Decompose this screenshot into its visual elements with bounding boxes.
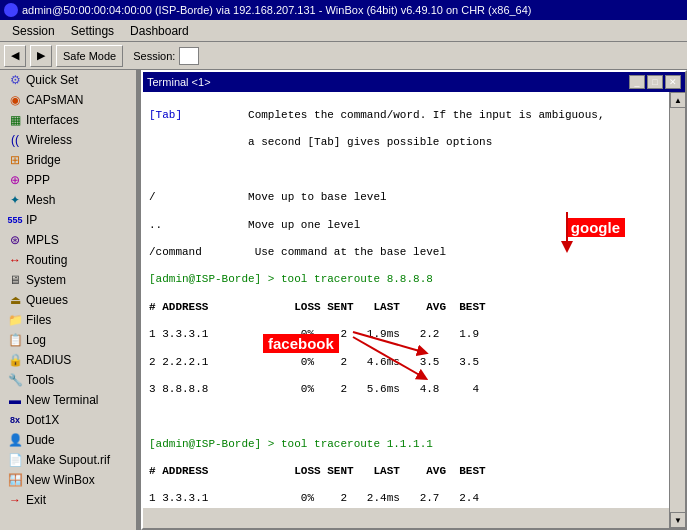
- forward-button[interactable]: ▶: [30, 45, 52, 67]
- terminal-title: Terminal <1>: [147, 76, 211, 88]
- scroll-track: [670, 108, 685, 128]
- sidebar-item-system[interactable]: 🖥 System: [0, 270, 136, 290]
- help-slash-key: /: [149, 191, 156, 203]
- menu-settings[interactable]: Settings: [63, 22, 122, 40]
- terminal-maximize-button[interactable]: □: [647, 75, 663, 89]
- session-input[interactable]: [179, 47, 199, 65]
- sidebar-label-queues: Queues: [26, 293, 68, 307]
- session-label: Session:: [133, 50, 175, 62]
- help-tab-key: [Tab]: [149, 109, 182, 121]
- sidebar-label-ppp: PPP: [26, 173, 50, 187]
- sidebar-item-new-terminal[interactable]: ▬ New Terminal: [0, 390, 136, 410]
- terminal-minimize-button[interactable]: _: [629, 75, 645, 89]
- sidebar-item-radius[interactable]: 🔒 RADIUS: [0, 350, 136, 370]
- terminal-content[interactable]: [Tab] Completes the command/word. If the…: [143, 92, 685, 508]
- sidebar-label-make-supout: Make Supout.rif: [26, 453, 110, 467]
- help-command-desc: Use command at the base level: [255, 246, 446, 258]
- terminal-window: Terminal <1> _ □ ✕ [Tab] Completes the c…: [141, 70, 687, 530]
- tools-icon: 🔧: [8, 373, 22, 387]
- terminal-scrollbar[interactable]: ▲ ▼: [669, 92, 685, 528]
- new-winbox-icon: 🪟: [8, 473, 22, 487]
- capsman-icon: ◉: [8, 93, 22, 107]
- app-icon: [4, 3, 18, 17]
- wireless-icon: ((: [8, 133, 22, 147]
- window-title: admin@50:00:00:04:00:00 (ISP-Borde) via …: [22, 4, 532, 16]
- title-bar: admin@50:00:00:04:00:00 (ISP-Borde) via …: [0, 0, 687, 20]
- terminal-title-bar: Terminal <1> _ □ ✕: [143, 72, 685, 92]
- quick-set-icon: ⚙: [8, 73, 22, 87]
- routing-icon: ↔: [8, 253, 22, 267]
- menu-dashboard[interactable]: Dashboard: [122, 22, 197, 40]
- help-command-key: /command: [149, 246, 202, 258]
- trace1-cmd: [admin@ISP-Borde] > tool traceroute 8.8.…: [149, 272, 679, 287]
- sidebar-item-dot1x[interactable]: 8x Dot1X: [0, 410, 136, 430]
- sidebar-item-interfaces[interactable]: ▦ Interfaces: [0, 110, 136, 130]
- sidebar-label-mesh: Mesh: [26, 193, 55, 207]
- sidebar-item-log[interactable]: 📋 Log: [0, 330, 136, 350]
- mpls-icon: ⊛: [8, 233, 22, 247]
- sidebar-item-mpls[interactable]: ⊛ MPLS: [0, 230, 136, 250]
- sidebar-label-new-terminal: New Terminal: [26, 393, 98, 407]
- sidebar-item-make-supout[interactable]: 📄 Make Supout.rif: [0, 450, 136, 470]
- help-tab-line2: a second [Tab] gives possible options: [149, 135, 679, 150]
- help-tab-line: [Tab] Completes the command/word. If the…: [149, 108, 679, 123]
- ip-icon: 555: [8, 213, 22, 227]
- sidebar-item-quick-set[interactable]: ⚙ Quick Set: [0, 70, 136, 90]
- scroll-down-button[interactable]: ▼: [670, 512, 686, 528]
- sidebar-item-mesh[interactable]: ✦ Mesh: [0, 190, 136, 210]
- empty-line1: [149, 163, 679, 178]
- help-dotdot-key: ..: [149, 219, 162, 231]
- help-dotdot-desc: Move up one level: [248, 219, 360, 231]
- trace1-header: # ADDRESS LOSS SENT LAST AVG BEST: [149, 300, 679, 315]
- scroll-up-button[interactable]: ▲: [670, 92, 686, 108]
- sidebar-label-system: System: [26, 273, 66, 287]
- sidebar-item-bridge[interactable]: ⊞ Bridge: [0, 150, 136, 170]
- trace2-header: # ADDRESS LOSS SENT LAST AVG BEST: [149, 464, 679, 479]
- help-tab-desc2: a second [Tab] gives possible options: [248, 136, 492, 148]
- files-icon: 📁: [8, 313, 22, 327]
- sidebar-item-wireless[interactable]: (( Wireless: [0, 130, 136, 150]
- ppp-icon: ⊕: [8, 173, 22, 187]
- help-slash-desc: Move up to base level: [248, 191, 387, 203]
- sidebar-item-queues[interactable]: ⏏ Queues: [0, 290, 136, 310]
- main-layout: ⚙ Quick Set ◉ CAPsMAN ▦ Interfaces (( Wi…: [0, 70, 687, 530]
- sidebar-label-tools: Tools: [26, 373, 54, 387]
- sidebar-item-ppp[interactable]: ⊕ PPP: [0, 170, 136, 190]
- sidebar-label-wireless: Wireless: [26, 133, 72, 147]
- empty-line2: [149, 409, 679, 424]
- trace1-r1: 1 3.3.3.1 0% 2 1.9ms 2.2 1.9: [149, 327, 679, 342]
- google-annotation: google: [566, 218, 625, 237]
- help-tab-desc1: Completes the command/word. If the input…: [248, 109, 604, 121]
- sidebar-item-files[interactable]: 📁 Files: [0, 310, 136, 330]
- sidebar-item-dude[interactable]: 👤 Dude: [0, 430, 136, 450]
- menu-session[interactable]: Session: [4, 22, 63, 40]
- sidebar-label-mpls: MPLS: [26, 233, 59, 247]
- sidebar-label-quick-set: Quick Set: [26, 73, 78, 87]
- back-button[interactable]: ◀: [4, 45, 26, 67]
- trace2-r1: 1 3.3.3.1 0% 2 2.4ms 2.7 2.4: [149, 491, 679, 506]
- sidebar-label-dude: Dude: [26, 433, 55, 447]
- sidebar-item-capsman[interactable]: ◉ CAPsMAN: [0, 90, 136, 110]
- sidebar-label-bridge: Bridge: [26, 153, 61, 167]
- terminal-close-button[interactable]: ✕: [665, 75, 681, 89]
- sidebar-label-log: Log: [26, 333, 46, 347]
- interfaces-icon: ▦: [8, 113, 22, 127]
- sidebar-item-tools[interactable]: 🔧 Tools: [0, 370, 136, 390]
- queues-icon: ⏏: [8, 293, 22, 307]
- menu-bar: Session Settings Dashboard: [0, 20, 687, 42]
- trace2-cmd: [admin@ISP-Borde] > tool traceroute 1.1.…: [149, 437, 679, 452]
- facebook-annotation: facebook: [263, 334, 339, 353]
- sidebar-item-exit[interactable]: → Exit: [0, 490, 136, 510]
- safe-mode-button[interactable]: Safe Mode: [56, 45, 123, 67]
- sidebar-label-ip: IP: [26, 213, 37, 227]
- sidebar-item-new-winbox[interactable]: 🪟 New WinBox: [0, 470, 136, 490]
- help-command-line: /command Use command at the base level: [149, 245, 679, 260]
- log-icon: 📋: [8, 333, 22, 347]
- sidebar-item-ip[interactable]: 555 IP: [0, 210, 136, 230]
- sidebar-label-exit: Exit: [26, 493, 46, 507]
- sidebar-label-files: Files: [26, 313, 51, 327]
- sidebar-label-new-winbox: New WinBox: [26, 473, 95, 487]
- sidebar-item-routing[interactable]: ↔ Routing: [0, 250, 136, 270]
- sidebar: ⚙ Quick Set ◉ CAPsMAN ▦ Interfaces (( Wi…: [0, 70, 137, 530]
- toolbar: ◀ ▶ Safe Mode Session:: [0, 42, 687, 70]
